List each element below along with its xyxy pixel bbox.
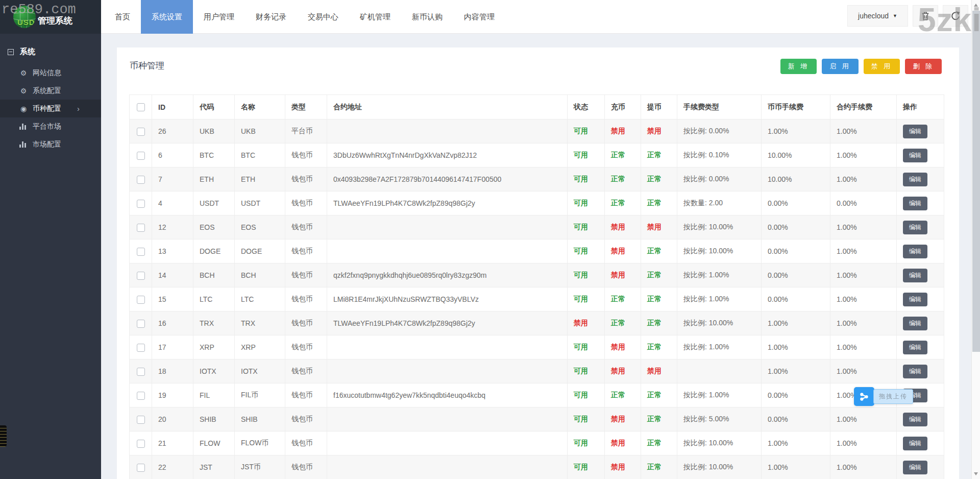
row-checkbox[interactable] [137,128,145,136]
row-checkbox[interactable] [137,440,145,448]
vertical-scrollbar[interactable] [971,0,980,479]
nav-item-new-coin[interactable]: 新币认购 [401,0,453,34]
row-checkbox[interactable] [137,200,145,208]
cell-code: XRP [193,336,235,360]
nav-item-system-settings[interactable]: 系统设置 [141,0,193,34]
cell-deposit: 禁用 [605,432,641,456]
sidebar-section-system[interactable]: 系统 [0,34,101,64]
nav-item-user-management[interactable]: 用户管理 [193,0,245,34]
sidebar-item-market-config[interactable]: 市场配置 [0,135,101,153]
enable-button[interactable]: 启 用 [822,59,859,74]
cell-coin-fee: 0.00% [762,215,830,240]
select-all-checkbox[interactable] [137,103,145,111]
cell-status: 可用 [568,167,605,191]
row-checkbox[interactable] [137,272,145,280]
col-header-code: 代码 [193,95,235,119]
sidebar-item-system-config[interactable]: ⚙ 系统配置 [0,82,101,100]
cell-id: 19 [152,384,193,408]
nav-item-home[interactable]: 首页 [104,0,141,34]
sidebar-item-platform-market[interactable]: 平台市场 [0,117,101,135]
disable-button[interactable]: 禁 用 [864,59,900,74]
row-checkbox[interactable] [137,416,145,424]
edit-button[interactable]: 编辑 [903,293,927,306]
cell-contract-address [327,119,568,143]
row-checkbox[interactable] [137,224,145,232]
edit-button[interactable]: 编辑 [903,461,927,474]
edit-button[interactable]: 编辑 [903,413,927,426]
delete-button[interactable]: 删 除 [905,59,942,74]
cell-contract-address: TLWAeeYFn19LPh4K7C8Wk2fpZ89q98Gj2y [327,312,568,336]
cell-status: 可用 [568,288,605,312]
cell-contract-fee: 1.00% [830,456,897,479]
nav-item-miner-management[interactable]: 矿机管理 [349,0,401,34]
cell-fee-type: 按比例: 0.00% [677,167,762,191]
table-body: 26 UKB UKB 平台币 可用 禁用 禁用 按比例: 0.00% 1.00%… [130,119,944,479]
cell-type: 钱包币 [285,215,327,240]
cell-status: 可用 [568,336,605,360]
cell-deposit: 正常 [605,312,641,336]
cell-deposit: 禁用 [605,119,641,143]
edit-button[interactable]: 编辑 [903,245,927,258]
cell-fee-type: 按比例: 10.00% [677,240,762,264]
cell-withdraw: 正常 [641,191,677,215]
cell-name: SHIB [235,408,285,432]
row-checkbox[interactable] [137,248,145,256]
edit-button[interactable]: 编辑 [903,173,927,186]
scroll-down-arrow-icon[interactable] [974,472,978,475]
cell-status: 可用 [568,360,605,384]
user-dropdown[interactable]: juhecloud ▼ [847,5,908,27]
cell-status: 可用 [568,432,605,456]
cell-code: BTC [193,143,235,167]
edit-button[interactable]: 编辑 [903,221,927,234]
coin-table: ID 代码 名称 类型 合约地址 状态 充币 提币 手续费类型 币币手续费 合约… [129,94,944,479]
edit-button[interactable]: 编辑 [903,197,927,210]
drag-upload-label[interactable]: 拖拽上传 [873,389,913,404]
cell-contract-fee: 1.00% [830,288,897,312]
nav-item-finance-records[interactable]: 财务记录 [245,0,297,34]
table-row: 26 UKB UKB 平台币 可用 禁用 禁用 按比例: 0.00% 1.00%… [130,119,944,143]
edit-button[interactable]: 编辑 [903,317,927,330]
row-checkbox[interactable] [137,176,145,184]
drag-upload-widget[interactable]: 拖拽上传 [854,387,913,406]
add-button[interactable]: 新 增 [780,59,817,74]
row-checkbox[interactable] [137,368,145,376]
scroll-up-arrow-icon[interactable] [974,4,978,7]
bar-chart-icon [19,141,28,148]
row-checkbox[interactable] [137,152,145,160]
cell-code: JST [193,456,235,479]
refresh-button[interactable] [943,5,968,27]
trash-button[interactable] [913,5,938,27]
cell-status: 可用 [568,191,605,215]
sidebar-item-site-info[interactable]: ⚙ 网站信息 [0,64,101,82]
minimized-side-widget[interactable] [0,425,7,447]
row-checkbox[interactable] [137,344,145,352]
nav-item-trade-center[interactable]: 交易中心 [297,0,349,34]
cell-contract-address [327,408,568,432]
nav-item-content-management[interactable]: 内容管理 [453,0,505,34]
cell-status: 可用 [568,215,605,240]
edit-button[interactable]: 编辑 [903,365,927,378]
cell-id: 4 [152,191,193,215]
edit-button[interactable]: 编辑 [903,341,927,354]
edit-button[interactable]: 编辑 [903,437,927,450]
cell-withdraw: 正常 [641,408,677,432]
edit-button[interactable]: 编辑 [903,125,927,138]
cell-contract-fee: 1.00% [830,336,897,360]
sidebar-item-label: 市场配置 [33,140,61,149]
edit-button[interactable]: 编辑 [903,269,927,282]
share-upload-icon[interactable] [854,387,874,406]
cell-contract-address [327,432,568,456]
edit-button[interactable]: 编辑 [903,149,927,162]
cell-fee-type: 按比例: 10.00% [677,312,762,336]
cell-name: BCH [235,264,285,288]
col-header-name: 名称 [235,95,285,119]
cell-coin-fee: 0.00% [762,264,830,288]
row-checkbox[interactable] [137,464,145,472]
row-checkbox[interactable] [137,296,145,304]
brand-text: USDZ [17,18,36,27]
table-row: 4 USDT USDT 钱包币 TLWAeeYFn19LPh4K7C8Wk2fp… [130,191,944,215]
sidebar-item-coin-config[interactable]: ◉ 币种配置 › [0,100,101,117]
row-checkbox[interactable] [137,320,145,328]
scrollbar-thumb[interactable] [972,11,980,352]
row-checkbox[interactable] [137,392,145,400]
